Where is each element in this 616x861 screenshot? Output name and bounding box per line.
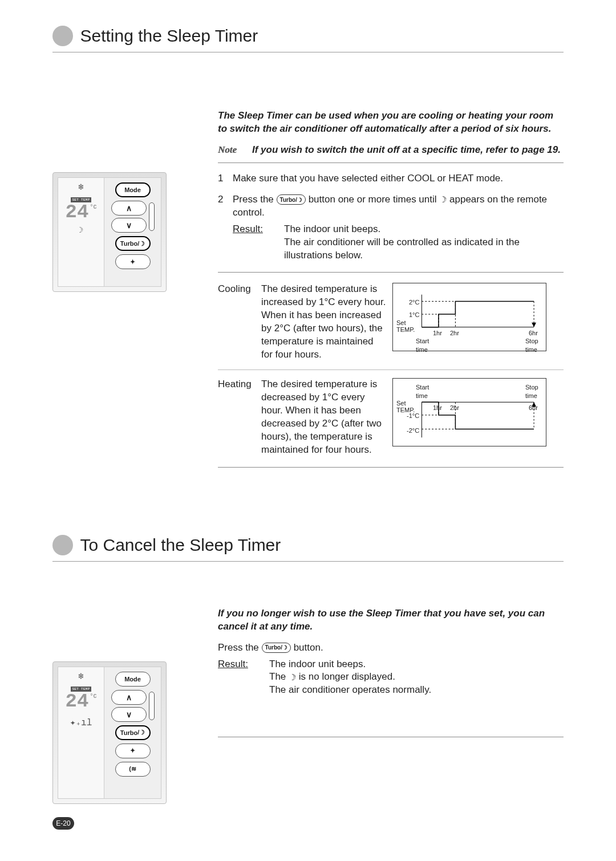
cooling-chart: 2°C 1°C Set TEMP. 1hr 2hr 6hr Starttime … — [392, 283, 546, 351]
intro-text-2: If you no longer wish to use the Sleep T… — [218, 607, 564, 633]
chart-ytick: 2°C — [409, 298, 419, 307]
result-label: Result: — [218, 658, 269, 697]
section-title-block: Setting the Sleep Timer — [52, 26, 564, 52]
chart-ytick: 1°C — [409, 311, 419, 319]
chart-xtick: 6hr — [529, 329, 538, 338]
remote-turbo-button: Turbo/☽ — [115, 725, 151, 740]
chart-xtick: 6hr — [529, 404, 538, 412]
thermometer-icon — [149, 202, 155, 231]
cancel-text-a: Press the — [218, 642, 262, 653]
chart-stop-label: Stoptime — [525, 337, 538, 354]
chart-stop-label: Stoptime — [525, 383, 538, 400]
remote-mode-button: Mode — [115, 182, 151, 197]
thermometer-icon — [149, 692, 155, 720]
step-1-body: Make sure that you have selected either … — [233, 172, 564, 185]
heating-text: The desired temperature is decreased by … — [261, 378, 392, 457]
cooling-text: The desired temperature is increased by … — [261, 283, 392, 362]
step2-result: The indoor unit beeps. The air condition… — [284, 223, 564, 262]
mode-snowflake-icon: ❄ — [78, 181, 84, 193]
lcd-temp-value: 24 — [66, 692, 89, 711]
cancel-result-line: The ☽ is no longer displayed. — [269, 671, 564, 684]
lcd-sleep-icon: ☽ — [79, 225, 83, 235]
remote-up-button: ∧ — [111, 690, 147, 705]
remote-illustration-1: ❄ SET TEMP 24 °C ☽ Mode ∧ ∨ — [52, 172, 167, 292]
heating-label: Heating — [218, 378, 261, 457]
chart-xtick: 2hr — [450, 404, 459, 412]
mode-snowflake-icon: ❄ — [78, 671, 84, 682]
step-2-body: Press the Turbo/☽ button one or more tim… — [233, 193, 564, 262]
remote-down-button: ∨ — [111, 218, 147, 233]
cancel-result-line: The indoor unit beeps. — [269, 658, 564, 671]
section-title-block-2: To Cancel the Sleep Timer — [52, 535, 564, 562]
turbo-button-icon: Turbo/☽ — [262, 643, 291, 653]
cancel-instruction: Press the Turbo/☽ button. — [218, 641, 564, 655]
result-label: Result: — [233, 223, 284, 262]
section-title: Setting the Sleep Timer — [80, 26, 258, 45]
lcd-temp-unit: °C — [90, 694, 96, 700]
remote-up-button: ∧ — [111, 201, 147, 216]
chart-ytick: -2°C — [407, 427, 419, 435]
chart-start-label: Starttime — [416, 337, 429, 354]
remote-illustration-2: ❄ SET TEMP 24 °C ✦₊ıl Mode — [52, 661, 167, 804]
chart-xtick: 2hr — [450, 329, 459, 338]
step-number: 2 — [218, 193, 233, 262]
cooling-label: Cooling — [218, 283, 261, 362]
step-number: 1 — [218, 172, 233, 185]
lcd-fan-icon: ✦₊ıl — [70, 717, 92, 728]
chart-start-label: Starttime — [416, 383, 429, 400]
chart-xtick: 1hr — [433, 329, 442, 338]
remote-down-button: ∨ — [111, 707, 147, 722]
step2-text-a: Press the — [233, 194, 277, 205]
step2-text-b: button one or more times until — [309, 194, 440, 205]
cancel-result: The indoor unit beeps. The ☽ is no longe… — [269, 658, 564, 697]
chart-axis-label: TEMP. — [396, 406, 415, 415]
remote-turbo-button: Turbo/☽ — [115, 236, 151, 251]
chart-axis-label: TEMP. — [396, 326, 415, 334]
sleep-icon: ☽ — [289, 672, 296, 683]
section-title-2: To Cancel the Sleep Timer — [80, 535, 281, 554]
page-number: E-20 — [52, 817, 74, 830]
cancel-text-b: button. — [294, 642, 323, 653]
note-label: Note — [218, 144, 252, 157]
remote-mode-button: Mode — [115, 672, 151, 687]
lcd-temp-value: 24 — [66, 202, 89, 222]
remote-swing-button: (≋ — [115, 762, 151, 777]
heating-chart: -1°C -2°C Set TEMP. 1hr 2hr 6hr Starttim… — [392, 378, 546, 446]
remote-fan-button: ✦ — [115, 254, 151, 269]
title-bullet-icon — [52, 26, 73, 46]
cancel-result-line: The air conditioner operates normally. — [269, 684, 564, 697]
sleep-icon: ☽ — [439, 194, 447, 205]
chart-xtick: 1hr — [433, 404, 442, 412]
remote-fan-button: ✦ — [115, 744, 151, 758]
title-bullet-icon — [52, 535, 73, 555]
svg-marker-7 — [532, 323, 536, 327]
note-body: If you wish to switch the unit off at a … — [252, 144, 564, 157]
intro-text: The Sleep Timer can be used when you are… — [218, 109, 564, 136]
turbo-button-icon: Turbo/☽ — [277, 194, 306, 205]
lcd-temp-unit: °C — [90, 205, 96, 210]
